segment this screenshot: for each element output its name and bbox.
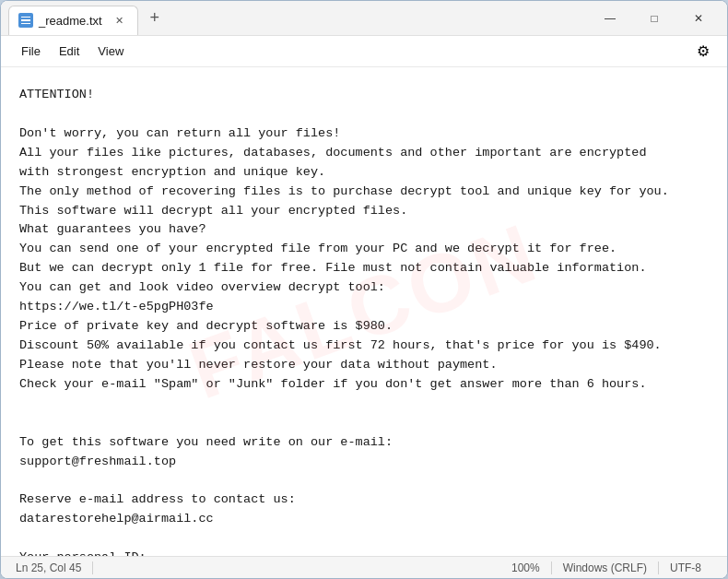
cursor-position: Ln 25, Col 45: [16, 561, 93, 574]
file-icon-line-1: [21, 17, 30, 18]
encoding: UTF-8: [659, 561, 712, 574]
titlebar: _readme.txt ✕ + — □ ✕: [1, 1, 727, 36]
file-icon-line-3: [21, 23, 30, 25]
file-icon-lines: [21, 17, 30, 25]
zoom-level: 100%: [500, 561, 552, 574]
maximize-button[interactable]: □: [633, 4, 675, 33]
tab-label: _readme.txt: [39, 14, 102, 28]
file-icon-line-2: [21, 19, 30, 21]
window-controls: — □ ✕: [589, 4, 720, 33]
close-button[interactable]: ✕: [677, 4, 720, 33]
file-text: ATTENTION! Don't worry, you can return a…: [19, 86, 709, 556]
tab-close-button[interactable]: ✕: [112, 12, 128, 29]
active-tab[interactable]: _readme.txt ✕: [8, 6, 138, 35]
line-ending: Windows (CRLF): [552, 561, 659, 574]
settings-button[interactable]: ⚙: [690, 39, 716, 65]
minimize-button[interactable]: —: [589, 4, 631, 33]
menu-edit[interactable]: Edit: [50, 41, 88, 62]
text-content-area[interactable]: FALCON ATTENTION! Don't worry, you can r…: [1, 67, 727, 556]
tab-area: _readme.txt ✕ +: [8, 1, 589, 35]
main-window: _readme.txt ✕ + — □ ✕ File Edit View ⚙ F…: [0, 0, 728, 579]
statusbar: Ln 25, Col 45 100% Windows (CRLF) UTF-8: [1, 556, 727, 578]
menubar: File Edit View ⚙: [1, 36, 727, 67]
new-tab-button[interactable]: +: [142, 6, 168, 31]
menu-view[interactable]: View: [88, 41, 133, 62]
file-icon: [18, 13, 33, 28]
menu-file[interactable]: File: [12, 41, 50, 62]
